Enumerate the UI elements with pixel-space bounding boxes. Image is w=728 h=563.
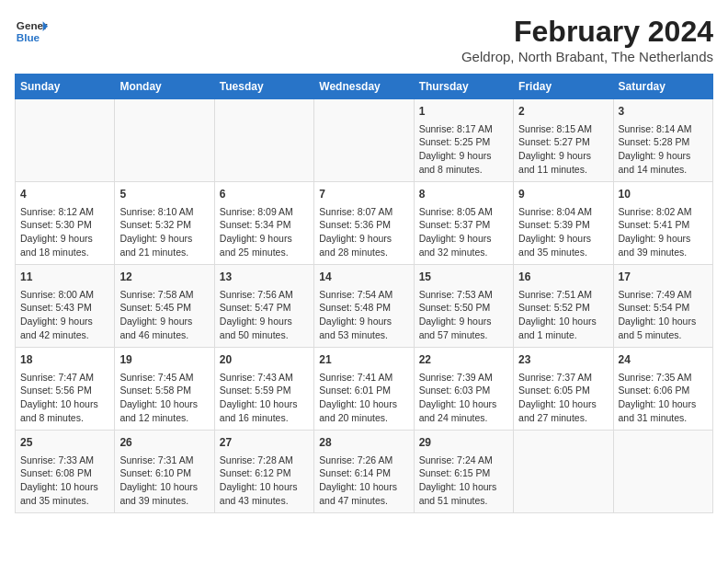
day-number: 27 (220, 435, 309, 451)
day-number: 9 (518, 187, 608, 202)
day-info: Sunrise: 8:12 AM Sunset: 5:30 PM Dayligh… (20, 205, 109, 259)
day-info: Sunrise: 7:33 AM Sunset: 6:08 PM Dayligh… (20, 454, 109, 508)
calendar-cell: 25Sunrise: 7:33 AM Sunset: 6:08 PM Dayli… (16, 431, 115, 513)
calendar-cell: 7Sunrise: 8:07 AM Sunset: 5:36 PM Daylig… (314, 182, 414, 265)
calendar-cell: 19Sunrise: 7:45 AM Sunset: 5:58 PM Dayli… (115, 348, 214, 431)
calendar-cell: 6Sunrise: 8:09 AM Sunset: 5:34 PM Daylig… (214, 182, 313, 265)
calendar-cell: 13Sunrise: 7:56 AM Sunset: 5:47 PM Dayli… (214, 265, 313, 348)
calendar-cell: 24Sunrise: 7:35 AM Sunset: 6:06 PM Dayli… (613, 348, 712, 431)
day-info: Sunrise: 7:47 AM Sunset: 5:56 PM Dayligh… (20, 371, 109, 425)
calendar-cell: 3Sunrise: 8:14 AM Sunset: 5:28 PM Daylig… (613, 99, 712, 182)
day-number: 2 (518, 104, 608, 120)
calendar-week-row: 11Sunrise: 8:00 AM Sunset: 5:43 PM Dayli… (16, 265, 713, 348)
calendar-cell: 4Sunrise: 8:12 AM Sunset: 5:30 PM Daylig… (16, 182, 115, 265)
day-number: 4 (20, 187, 109, 202)
page-header: General Blue February 2024 Geldrop, Nort… (15, 15, 713, 64)
day-number: 16 (518, 270, 608, 285)
calendar-cell: 2Sunrise: 8:15 AM Sunset: 5:27 PM Daylig… (514, 99, 613, 182)
logo-icon: General Blue (15, 15, 48, 48)
day-info: Sunrise: 7:39 AM Sunset: 6:03 PM Dayligh… (419, 371, 508, 425)
calendar-cell: 16Sunrise: 7:51 AM Sunset: 5:52 PM Dayli… (514, 265, 613, 348)
day-info: Sunrise: 7:56 AM Sunset: 5:47 PM Dayligh… (220, 288, 309, 342)
day-number: 22 (419, 352, 508, 368)
day-number: 12 (119, 270, 209, 285)
calendar-cell: 20Sunrise: 7:43 AM Sunset: 5:59 PM Dayli… (214, 348, 313, 431)
day-number: 25 (20, 435, 109, 451)
day-info: Sunrise: 8:14 AM Sunset: 5:28 PM Dayligh… (619, 122, 708, 177)
day-number: 21 (319, 352, 408, 368)
day-info: Sunrise: 7:45 AM Sunset: 5:58 PM Dayligh… (119, 371, 209, 425)
day-info: Sunrise: 7:28 AM Sunset: 6:12 PM Dayligh… (220, 454, 309, 508)
day-number: 13 (220, 270, 309, 285)
day-number: 8 (419, 187, 508, 202)
calendar-cell: 18Sunrise: 7:47 AM Sunset: 5:56 PM Dayli… (16, 348, 115, 431)
calendar-week-row: 18Sunrise: 7:47 AM Sunset: 5:56 PM Dayli… (16, 348, 713, 431)
logo: General Blue (15, 15, 48, 48)
calendar-cell (214, 99, 313, 182)
subtitle: Geldrop, North Brabant, The Netherlands (461, 49, 713, 64)
day-info: Sunrise: 7:49 AM Sunset: 5:54 PM Dayligh… (619, 288, 708, 342)
weekday-header-thursday: Thursday (414, 75, 513, 99)
day-number: 11 (20, 270, 109, 285)
day-info: Sunrise: 8:02 AM Sunset: 5:41 PM Dayligh… (619, 205, 708, 259)
calendar-cell: 9Sunrise: 8:04 AM Sunset: 5:39 PM Daylig… (514, 182, 613, 265)
day-number: 3 (619, 104, 708, 120)
day-info: Sunrise: 8:04 AM Sunset: 5:39 PM Dayligh… (518, 205, 608, 259)
calendar-cell (613, 431, 712, 513)
day-number: 17 (619, 270, 708, 285)
calendar-cell (115, 99, 214, 182)
calendar-cell: 23Sunrise: 7:37 AM Sunset: 6:05 PM Dayli… (514, 348, 613, 431)
weekday-header-tuesday: Tuesday (214, 75, 313, 99)
weekday-header-friday: Friday (514, 75, 613, 99)
calendar-cell: 29Sunrise: 7:24 AM Sunset: 6:15 PM Dayli… (414, 431, 513, 513)
day-info: Sunrise: 8:15 AM Sunset: 5:27 PM Dayligh… (518, 122, 608, 177)
day-info: Sunrise: 7:43 AM Sunset: 5:59 PM Dayligh… (220, 371, 309, 425)
calendar-cell: 11Sunrise: 8:00 AM Sunset: 5:43 PM Dayli… (16, 265, 115, 348)
calendar-week-row: 1Sunrise: 8:17 AM Sunset: 5:25 PM Daylig… (16, 99, 713, 182)
calendar-table: SundayMondayTuesdayWednesdayThursdayFrid… (15, 74, 713, 513)
day-info: Sunrise: 8:07 AM Sunset: 5:36 PM Dayligh… (319, 205, 408, 259)
day-info: Sunrise: 7:51 AM Sunset: 5:52 PM Dayligh… (518, 288, 608, 342)
day-info: Sunrise: 7:24 AM Sunset: 6:15 PM Dayligh… (419, 454, 508, 508)
day-number: 24 (619, 352, 708, 368)
day-number: 23 (518, 352, 608, 368)
calendar-week-row: 4Sunrise: 8:12 AM Sunset: 5:30 PM Daylig… (16, 182, 713, 265)
day-number: 28 (319, 435, 408, 451)
calendar-cell: 26Sunrise: 7:31 AM Sunset: 6:10 PM Dayli… (115, 431, 214, 513)
calendar-cell: 5Sunrise: 8:10 AM Sunset: 5:32 PM Daylig… (115, 182, 214, 265)
day-info: Sunrise: 7:26 AM Sunset: 6:14 PM Dayligh… (319, 454, 408, 508)
calendar-cell: 17Sunrise: 7:49 AM Sunset: 5:54 PM Dayli… (613, 265, 712, 348)
day-info: Sunrise: 7:54 AM Sunset: 5:48 PM Dayligh… (319, 288, 408, 342)
weekday-header-wednesday: Wednesday (314, 75, 414, 99)
calendar-cell: 27Sunrise: 7:28 AM Sunset: 6:12 PM Dayli… (214, 431, 313, 513)
calendar-cell: 21Sunrise: 7:41 AM Sunset: 6:01 PM Dayli… (314, 348, 414, 431)
day-number: 1 (419, 104, 508, 120)
calendar-cell (16, 99, 115, 182)
day-info: Sunrise: 7:37 AM Sunset: 6:05 PM Dayligh… (518, 371, 608, 425)
day-number: 14 (319, 270, 408, 285)
day-info: Sunrise: 8:17 AM Sunset: 5:25 PM Dayligh… (419, 122, 508, 177)
calendar-week-row: 25Sunrise: 7:33 AM Sunset: 6:08 PM Dayli… (16, 431, 713, 513)
calendar-cell (514, 431, 613, 513)
weekday-header-monday: Monday (115, 75, 214, 99)
day-info: Sunrise: 8:09 AM Sunset: 5:34 PM Dayligh… (220, 205, 309, 259)
main-title: February 2024 (461, 15, 713, 49)
svg-text:Blue: Blue (17, 31, 40, 43)
day-info: Sunrise: 7:41 AM Sunset: 6:01 PM Dayligh… (319, 371, 408, 425)
day-info: Sunrise: 8:10 AM Sunset: 5:32 PM Dayligh… (119, 205, 209, 259)
day-info: Sunrise: 8:00 AM Sunset: 5:43 PM Dayligh… (20, 288, 109, 342)
calendar-cell: 14Sunrise: 7:54 AM Sunset: 5:48 PM Dayli… (314, 265, 414, 348)
day-number: 5 (119, 187, 209, 202)
day-number: 7 (319, 187, 408, 202)
calendar-cell (314, 99, 414, 182)
day-info: Sunrise: 7:31 AM Sunset: 6:10 PM Dayligh… (119, 454, 209, 508)
day-number: 10 (619, 187, 708, 202)
weekday-header-row: SundayMondayTuesdayWednesdayThursdayFrid… (16, 75, 713, 99)
weekday-header-saturday: Saturday (613, 75, 712, 99)
day-number: 19 (119, 352, 209, 368)
title-block: February 2024 Geldrop, North Brabant, Th… (461, 15, 713, 64)
calendar-cell: 8Sunrise: 8:05 AM Sunset: 5:37 PM Daylig… (414, 182, 513, 265)
day-info: Sunrise: 7:53 AM Sunset: 5:50 PM Dayligh… (419, 288, 508, 342)
calendar-cell: 28Sunrise: 7:26 AM Sunset: 6:14 PM Dayli… (314, 431, 414, 513)
day-info: Sunrise: 7:58 AM Sunset: 5:45 PM Dayligh… (119, 288, 209, 342)
